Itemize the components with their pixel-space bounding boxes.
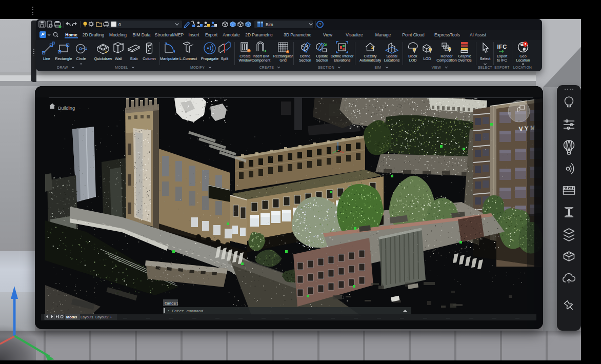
svg-text:Bim: Bim <box>266 22 273 27</box>
svg-text:MODIFY: MODIFY <box>190 66 205 69</box>
svg-text:0: 0 <box>118 22 121 27</box>
svg-text:Annotate: Annotate <box>223 32 240 37</box>
svg-text:Modeling: Modeling <box>109 32 127 37</box>
svg-text:L-Connect: L-Connect <box>179 56 197 61</box>
svg-text:Model: Model <box>66 315 77 319</box>
svg-text:Home: Home <box>65 32 77 37</box>
svg-text:Update: Update <box>316 54 328 58</box>
svg-text:?: ? <box>318 22 321 27</box>
svg-text:Structural/MEP: Structural/MEP <box>155 32 184 37</box>
svg-text:Spatial: Spatial <box>386 54 397 58</box>
svg-text:AI Assist: AI Assist <box>470 32 487 37</box>
svg-text:Propagate: Propagate <box>201 56 218 61</box>
svg-text:LOD: LOD <box>423 56 431 61</box>
svg-text:Override: Override <box>457 58 471 63</box>
svg-text:: Enter command: : Enter command <box>167 309 204 313</box>
svg-text:Define Interior: Define Interior <box>331 54 354 58</box>
svg-text:Render: Render <box>440 54 453 58</box>
svg-text:Layout1: Layout1 <box>81 315 94 319</box>
svg-text:Wall: Wall <box>115 56 122 61</box>
svg-text:Insert: Insert <box>189 32 200 37</box>
svg-text:Line: Line <box>43 56 50 61</box>
svg-text:Layout2: Layout2 <box>95 315 109 319</box>
svg-text:Automatically: Automatically <box>359 58 382 63</box>
svg-text:Section: Section <box>316 58 328 63</box>
svg-text:Cancel: Cancel <box>165 301 178 306</box>
svg-text:LOCATION: LOCATION <box>513 66 532 69</box>
svg-text:Graphic: Graphic <box>458 54 471 58</box>
svg-text:Export: Export <box>205 32 218 37</box>
svg-text:Column: Column <box>143 56 155 61</box>
svg-text:Export: Export <box>497 54 508 58</box>
svg-text:MODEL: MODEL <box>115 66 128 69</box>
svg-text:Component: Component <box>252 58 271 63</box>
svg-text:Window: Window <box>238 58 252 63</box>
svg-text:2D Drafting: 2D Drafting <box>83 32 105 37</box>
svg-text:Composition: Composition <box>436 58 456 63</box>
svg-text:Locations: Locations <box>384 58 400 63</box>
svg-text:ExpressTools: ExpressTools <box>434 32 460 37</box>
svg-text:to IFC: to IFC <box>497 58 507 63</box>
svg-text:3D Parametric: 3D Parametric <box>284 32 311 37</box>
svg-text:SELECT: SELECT <box>478 66 492 69</box>
svg-text:Point Cloud: Point Cloud <box>402 32 425 37</box>
svg-text:Manage: Manage <box>375 32 391 37</box>
svg-text:DRAW: DRAW <box>57 66 68 69</box>
svg-text:Elevations: Elevations <box>334 58 351 63</box>
svg-text:LOD: LOD <box>409 58 417 63</box>
svg-text:Visualize: Visualize <box>346 32 363 37</box>
svg-text:Split: Split <box>221 56 228 61</box>
svg-text:EXPORT: EXPORT <box>494 66 509 69</box>
svg-text:Grid: Grid <box>279 58 286 63</box>
svg-text:Slab: Slab <box>130 56 138 61</box>
svg-text:BIM: BIM <box>375 66 382 69</box>
svg-text:Rectangular: Rectangular <box>273 54 293 58</box>
svg-text:+: + <box>110 315 112 319</box>
svg-text:Insert BIM: Insert BIM <box>253 54 269 58</box>
svg-text:BIM Data: BIM Data <box>133 32 151 37</box>
svg-text:SECTION: SECTION <box>318 66 334 69</box>
svg-text:Rectangle: Rectangle <box>55 56 72 61</box>
svg-text:View: View <box>323 32 333 37</box>
svg-text:Manipulate: Manipulate <box>160 56 178 61</box>
svg-text:Location: Location <box>516 58 530 63</box>
svg-text:Quickdraw: Quickdraw <box>94 56 113 61</box>
svg-text:Circle: Circle <box>76 56 86 61</box>
svg-text:Select: Select <box>480 56 491 61</box>
svg-text:CREATE: CREATE <box>259 66 274 69</box>
svg-text:Define: Define <box>300 54 311 58</box>
svg-text:VIEW: VIEW <box>432 66 442 69</box>
svg-text:Block: Block <box>408 54 417 58</box>
svg-text:Create: Create <box>239 54 250 58</box>
svg-text:IFC: IFC <box>497 44 507 50</box>
svg-text:Classify: Classify <box>364 54 377 58</box>
svg-text:2D Parametric: 2D Parametric <box>245 32 273 37</box>
svg-text:Building: Building <box>58 106 75 111</box>
svg-text:Geo: Geo <box>519 54 526 58</box>
svg-text:Section: Section <box>299 58 311 63</box>
